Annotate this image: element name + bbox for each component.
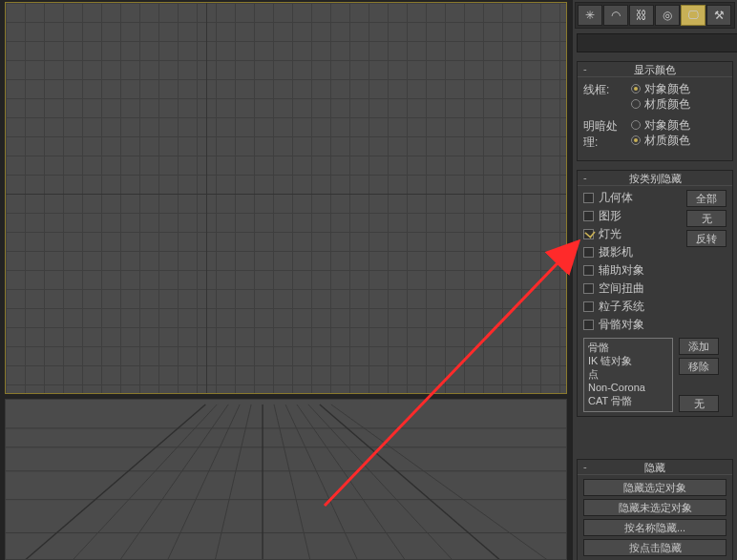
radio-dot-icon (631, 84, 641, 93)
radio-label: 对象颜色 (644, 117, 690, 134)
rollout-title-text: 显示颜色 (634, 64, 676, 75)
checkbox-label: 摄影机 (599, 244, 633, 260)
object-name-field[interactable] (577, 33, 737, 52)
grid-axis-vertical (206, 3, 207, 393)
radio-shaded-object-color[interactable]: 对象颜色 (631, 117, 726, 133)
grid-axis-horizontal (6, 194, 566, 195)
radio-label: 材质颜色 (644, 96, 690, 113)
hierarchy-icon: ⛓ (636, 9, 647, 22)
hide-button-0[interactable]: 隐藏选定对象 (583, 479, 726, 496)
checkbox-helpers[interactable]: 辅助对象 (583, 262, 683, 278)
checkbox-label: 图形 (599, 208, 621, 224)
collapse-icon: - (583, 172, 587, 183)
tab-hierarchy[interactable]: ⛓ (629, 5, 654, 26)
radio-wireframe-material-color[interactable]: 材质颜色 (631, 96, 726, 112)
collapse-icon: - (583, 63, 587, 74)
checkbox-label: 辅助对象 (599, 262, 644, 279)
viewport-grid (6, 3, 566, 393)
tab-modify[interactable]: ◠ (603, 5, 628, 26)
list-item[interactable]: 骨骼 (588, 341, 668, 354)
hide-button-1[interactable]: 隐藏未选定对象 (583, 499, 726, 516)
hide-button-3[interactable]: 按点击隐藏 (583, 539, 726, 556)
checkbox-icon (583, 193, 594, 203)
button-list-none[interactable]: 无 (679, 395, 719, 412)
checkbox-particles[interactable]: 粒子系统 (583, 299, 683, 314)
monitor-icon: 🖵 (687, 9, 699, 22)
sun-icon: ✳ (585, 9, 595, 22)
collapse-icon: - (583, 461, 587, 472)
viewport-top[interactable] (5, 2, 567, 394)
checkbox-icon (583, 320, 594, 330)
button-all[interactable]: 全部 (686, 190, 726, 207)
checkbox-label: 几何体 (599, 190, 633, 206)
rollout-hide: - 隐藏 隐藏选定对象隐藏未选定对象按名称隐藏...按点击隐藏 (577, 459, 733, 560)
label-shaded: 明暗处理: (583, 117, 631, 151)
checkbox-label: 骨骼对象 (599, 317, 644, 333)
radio-wireframe-object-color[interactable]: 对象颜色 (631, 81, 726, 96)
list-item[interactable]: CAT 骨骼 (588, 394, 668, 407)
command-panel: ✳ ◠ ⛓ ◎ 🖵 ⚒ - 显示颜色 线框: 对象颜色 (572, 0, 737, 560)
rollout-display-color: - 显示颜色 线框: 对象颜色 材质颜色 明暗处理: (577, 61, 733, 161)
checkbox-icon (583, 247, 594, 258)
button-none[interactable]: 无 (686, 210, 726, 227)
checkbox-lights[interactable]: 灯光 (583, 226, 683, 241)
viewport-perspective[interactable] (5, 399, 567, 560)
category-listbox[interactable]: 骨骼IK 链对象点Non-CoronaCAT 骨骼 (583, 338, 673, 412)
name-color-row (575, 31, 735, 56)
checkbox-label: 空间扭曲 (599, 280, 644, 297)
radio-label: 对象颜色 (644, 81, 690, 97)
rollout-title[interactable]: - 按类别隐藏 (578, 171, 732, 186)
hide-button-2[interactable]: 按名称隐藏... (583, 519, 726, 536)
checkbox-icon (583, 229, 594, 239)
list-item[interactable]: Non-Corona (588, 381, 668, 394)
radio-label: 材质颜色 (644, 133, 690, 149)
rollout-title[interactable]: - 显示颜色 (578, 62, 732, 77)
tab-utilities[interactable]: ⚒ (706, 5, 731, 26)
rollout-title-text: 按类别隐藏 (629, 173, 682, 184)
checkbox-geometry[interactable]: 几何体 (583, 190, 683, 205)
checkbox-icon (583, 301, 594, 312)
tab-create[interactable]: ✳ (578, 5, 602, 26)
checkbox-icon (583, 265, 594, 276)
checkbox-label: 灯光 (599, 226, 621, 242)
checkbox-label: 粒子系统 (599, 299, 644, 315)
checkbox-icon (583, 211, 594, 221)
radio-dot-icon (631, 135, 641, 145)
rollout-hide-by-category: - 按类别隐藏 几何体图形灯光摄影机辅助对象空间扭曲粒子系统骨骼对象 全部 无 … (577, 170, 733, 417)
checkbox-shapes[interactable]: 图形 (583, 208, 683, 223)
label-wireframe: 线框: (583, 81, 631, 98)
list-item[interactable]: IK 链对象 (588, 354, 668, 367)
checkbox-cameras[interactable]: 摄影机 (583, 244, 683, 259)
hammer-icon: ⚒ (714, 9, 725, 22)
panel-tab-row: ✳ ◠ ⛓ ◎ 🖵 ⚒ (575, 2, 735, 29)
checkbox-spacewarps[interactable]: 空间扭曲 (583, 280, 683, 296)
rollout-title[interactable]: - 隐藏 (578, 460, 732, 475)
rollout-title-text: 隐藏 (644, 462, 665, 473)
tab-display[interactable]: 🖵 (681, 5, 705, 26)
radio-dot-icon (631, 120, 641, 130)
checkbox-icon (583, 283, 594, 294)
radio-dot-icon (631, 99, 641, 109)
checkbox-bone_obj[interactable]: 骨骼对象 (583, 317, 683, 332)
list-item[interactable]: 点 (588, 367, 668, 381)
button-invert[interactable]: 反转 (686, 230, 726, 247)
perspective-grid (6, 400, 566, 560)
radio-shaded-material-color[interactable]: 材质颜色 (631, 133, 726, 148)
arc-icon: ◠ (611, 9, 621, 22)
button-remove[interactable]: 移除 (679, 358, 719, 375)
viewports-area (0, 0, 572, 560)
tab-motion[interactable]: ◎ (655, 5, 680, 26)
motion-icon: ◎ (663, 9, 672, 22)
category-check-column: 几何体图形灯光摄影机辅助对象空间扭曲粒子系统骨骼对象 (583, 190, 683, 332)
button-add[interactable]: 添加 (679, 338, 719, 355)
